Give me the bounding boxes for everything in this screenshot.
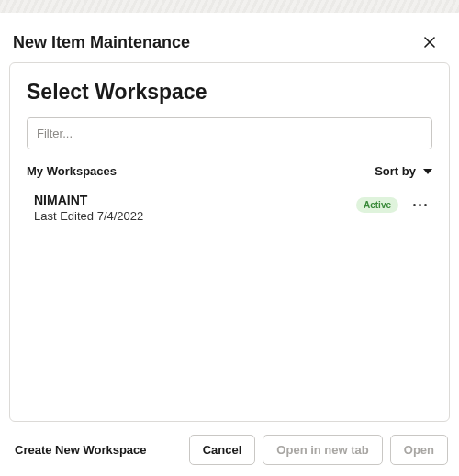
workspace-row[interactable]: NIMAINT Last Edited 7/4/2022 Active bbox=[27, 187, 432, 228]
create-workspace-link[interactable]: Create New Workspace bbox=[15, 443, 147, 457]
open-new-tab-button[interactable]: Open in new tab bbox=[263, 435, 382, 465]
modal-title: New Item Maintenance bbox=[13, 33, 190, 52]
workspace-card: Select Workspace My Workspaces Sort by N… bbox=[9, 62, 450, 422]
list-header: My Workspaces Sort by bbox=[27, 164, 432, 178]
workspace-last-edited: Last Edited 7/4/2022 bbox=[34, 209, 143, 223]
chevron-down-icon bbox=[423, 169, 432, 174]
sort-by-dropdown[interactable]: Sort by bbox=[375, 164, 432, 178]
cancel-button[interactable]: Cancel bbox=[189, 435, 256, 465]
dots-icon bbox=[413, 204, 416, 206]
my-workspaces-label: My Workspaces bbox=[27, 164, 117, 178]
card-title: Select Workspace bbox=[27, 80, 432, 105]
more-options-button[interactable] bbox=[409, 200, 431, 210]
workspace-row-main: NIMAINT Last Edited 7/4/2022 bbox=[28, 193, 143, 223]
modal-footer: Create New Workspace Cancel Open in new … bbox=[0, 424, 459, 476]
workspace-list: NIMAINT Last Edited 7/4/2022 Active bbox=[27, 187, 432, 421]
footer-buttons: Cancel Open in new tab Open bbox=[189, 435, 448, 465]
open-button[interactable]: Open bbox=[390, 435, 448, 465]
dots-icon bbox=[424, 204, 427, 206]
modal-header: New Item Maintenance bbox=[0, 13, 459, 62]
dots-icon bbox=[419, 204, 421, 206]
status-badge: Active bbox=[356, 197, 398, 213]
close-icon bbox=[424, 37, 435, 48]
filter-input[interactable] bbox=[27, 117, 432, 149]
workspace-row-right: Active bbox=[356, 197, 431, 213]
workspace-name: NIMAINT bbox=[34, 193, 143, 207]
sort-by-label: Sort by bbox=[375, 164, 416, 178]
select-workspace-modal: New Item Maintenance Select Workspace My… bbox=[0, 13, 459, 476]
close-button[interactable] bbox=[419, 31, 441, 53]
